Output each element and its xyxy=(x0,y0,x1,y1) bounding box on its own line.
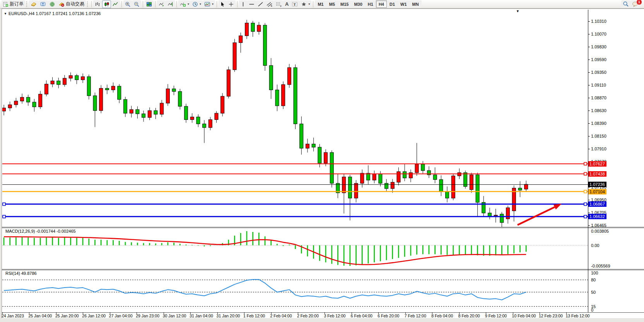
pane-separator[interactable] xyxy=(2,270,644,270)
line-anchor[interactable] xyxy=(584,172,587,175)
market-watch-icon xyxy=(31,2,37,7)
line-chart-button[interactable] xyxy=(111,0,120,8)
timeframe-button-m1[interactable]: M1 xyxy=(315,0,326,8)
pane-separator[interactable] xyxy=(2,269,644,269)
bar-chart-button[interactable] xyxy=(93,0,102,8)
time-axis-label: 1 Feb 12:00 xyxy=(243,313,265,318)
zoom-out-button[interactable] xyxy=(132,0,141,8)
pane-separator[interactable] xyxy=(2,227,644,227)
toolbar-separator xyxy=(143,1,143,7)
pane-separator[interactable] xyxy=(2,228,644,228)
templates-icon xyxy=(204,2,210,7)
rsi-axis-label: 50 xyxy=(591,290,596,295)
crosshair-icon xyxy=(228,2,234,7)
price-axis-tick xyxy=(588,213,590,213)
price-axis-label: 1.09350 xyxy=(591,70,606,75)
line-anchor[interactable] xyxy=(584,190,587,193)
time-axis-line xyxy=(2,312,644,313)
toolbar-separator xyxy=(121,1,122,7)
chart-shift-icon xyxy=(167,2,173,7)
bar-chart-icon xyxy=(95,2,101,7)
zoom-in-icon xyxy=(125,2,131,7)
svg-text:F: F xyxy=(280,5,282,7)
line-anchor[interactable] xyxy=(584,203,587,206)
horizontal-line-button[interactable] xyxy=(247,0,256,8)
new-order-button[interactable]: 新订单 xyxy=(2,0,25,8)
time-axis-label: 25 Jan 04:00 xyxy=(28,313,52,318)
text-label-button[interactable]: T xyxy=(290,0,299,8)
trendline-button[interactable] xyxy=(256,0,265,8)
navigator-button[interactable] xyxy=(48,0,57,8)
dropdown-caret: ▾ xyxy=(188,2,189,6)
dropdown-caret: ▾ xyxy=(200,2,201,6)
rsi-pane-canvas[interactable] xyxy=(2,271,588,312)
rsi-axis-label: 0 xyxy=(591,308,593,312)
price-axis-tick xyxy=(588,123,590,124)
line-anchor[interactable] xyxy=(584,162,587,165)
line-anchor[interactable] xyxy=(3,203,5,206)
toolbar-separator xyxy=(313,1,313,7)
price-axis-tick xyxy=(588,98,590,98)
templates-button[interactable]: ▾ xyxy=(203,0,215,8)
trend-arrow-head[interactable] xyxy=(553,204,562,210)
zoom-in-button[interactable] xyxy=(123,0,132,8)
candlestick-chart-button[interactable] xyxy=(102,0,111,8)
svg-text:T: T xyxy=(294,2,296,6)
channel-button[interactable]: E xyxy=(265,0,274,8)
chart-shift-button[interactable] xyxy=(166,0,175,8)
line-anchor[interactable] xyxy=(3,215,5,218)
timeframe-button-d1[interactable]: D1 xyxy=(387,0,398,8)
crosshair-button[interactable] xyxy=(227,0,236,8)
price-axis-label: 1.08390 xyxy=(591,121,606,126)
timeframe-button-m15[interactable]: M15 xyxy=(338,0,351,8)
timeframe-button-w1[interactable]: W1 xyxy=(398,0,410,8)
market-watch-button[interactable] xyxy=(29,0,38,8)
arrows-tool-button[interactable]: ▾ xyxy=(299,0,311,8)
toolbar-separator xyxy=(155,1,155,7)
vertical-line-button[interactable] xyxy=(239,0,247,8)
search-icon xyxy=(623,1,629,7)
time-axis-label: 8 Feb 04:00 xyxy=(431,313,453,318)
notifications-button[interactable]: 1 xyxy=(630,0,640,8)
tile-windows-button[interactable] xyxy=(145,0,154,8)
timeframe-button-m5[interactable]: M5 xyxy=(326,0,338,8)
price-badge: 1.07438 xyxy=(588,171,606,177)
time-axis-label: 27 Jan 04:00 xyxy=(109,313,133,318)
line-anchor[interactable] xyxy=(584,215,587,218)
toolbar-separator xyxy=(176,1,177,7)
autotrading-label: 自动交易 xyxy=(66,1,84,7)
fibonacci-button[interactable]: F xyxy=(274,0,284,8)
new-order-label: 新订单 xyxy=(10,1,24,7)
main-toolbar: 新订单 自动交易 xyxy=(0,0,644,9)
timeframe-button-m30[interactable]: M30 xyxy=(351,0,365,8)
trend-arrow[interactable] xyxy=(518,207,555,225)
main-chart-canvas[interactable] xyxy=(2,10,588,227)
search-button[interactable] xyxy=(621,0,630,8)
autotrading-button[interactable]: 自动交易 xyxy=(57,0,86,8)
time-axis-label: 31 Jan 04:00 xyxy=(190,313,213,318)
time-axis-label: 31 Jan 20:00 xyxy=(217,313,240,318)
macd-axis-label: 0.00 xyxy=(591,243,599,248)
indicators-button[interactable]: ▾ xyxy=(178,0,191,8)
timeframe-button-h1[interactable]: H1 xyxy=(365,0,376,8)
price-axis-label: 1.09590 xyxy=(591,57,606,62)
time-axis-label: 30 Jan 12:00 xyxy=(163,313,186,318)
cursor-icon xyxy=(220,2,225,7)
macd-label: MACD(12,26,9) -0.001744 -0.002465 xyxy=(5,229,76,233)
macd-pane-canvas[interactable] xyxy=(2,228,588,269)
text-icon: A xyxy=(285,1,289,7)
autotrading-icon xyxy=(58,2,65,7)
cursor-button[interactable] xyxy=(219,0,227,8)
time-axis-label: 8 Feb 20:00 xyxy=(458,313,480,318)
timeframe-button-h4[interactable]: H4 xyxy=(376,0,387,8)
auto-scroll-button[interactable] xyxy=(157,0,166,8)
timeframe-button-mn[interactable]: MN xyxy=(410,0,422,8)
price-axis-label: 1.09830 xyxy=(591,44,606,49)
rsi-label: RSI(14) 49.8786 xyxy=(5,271,37,276)
time-axis-label: 25 Jan 20:00 xyxy=(55,313,79,318)
text-button[interactable]: A xyxy=(284,0,290,8)
timeframe-toolbar: M1M5M15M30H1H4D1W1MN xyxy=(315,0,421,8)
data-window-button[interactable] xyxy=(38,0,48,8)
periods-button[interactable]: ▾ xyxy=(191,0,203,8)
price-axis-tick xyxy=(588,47,590,47)
